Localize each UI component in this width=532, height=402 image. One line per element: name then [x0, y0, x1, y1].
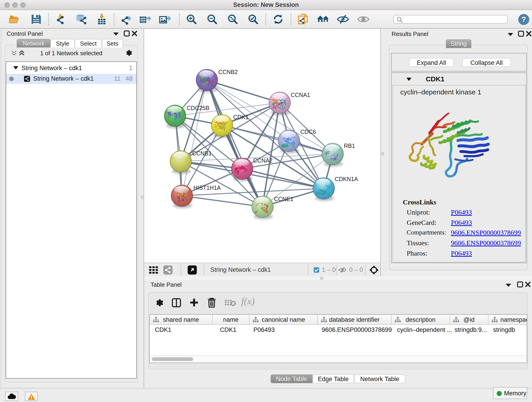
svg-text:RB1: RB1 [344, 143, 355, 149]
svg-text:CCNB1: CCNB1 [192, 150, 212, 157]
svg-text:CCNB2: CCNB2 [218, 69, 238, 75]
svg-text:HIST1H1A: HIST1H1A [193, 185, 221, 191]
svg-text:CDKN1A: CDKN1A [335, 176, 358, 182]
svg-text:CCNA2: CCNA2 [253, 157, 273, 164]
svg-text:CDC6: CDC6 [300, 128, 316, 135]
svg-text:CDC25B: CDC25B [187, 105, 209, 111]
svg-text:CCNE1: CCNE1 [274, 196, 293, 202]
svg-text:CDK1: CDK1 [233, 114, 249, 120]
svg-text:CCNA1: CCNA1 [291, 92, 310, 98]
